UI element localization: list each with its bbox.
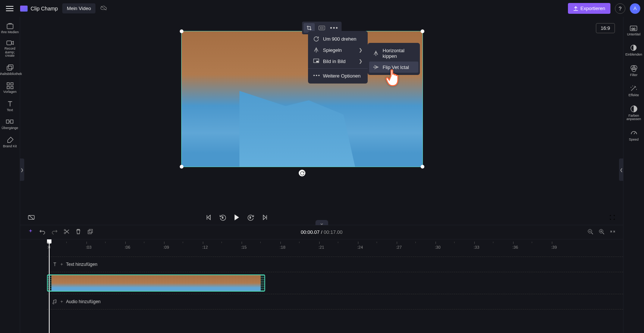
crop-icon	[306, 25, 312, 31]
clip-trim-right[interactable]	[261, 275, 264, 291]
project-name[interactable]: Mein Video	[62, 3, 95, 13]
transitions-icon	[6, 118, 14, 125]
forward-5s-button[interactable]: 5	[247, 214, 254, 221]
audio-track[interactable]: + Audio hinzufügen	[47, 294, 623, 310]
undo-button[interactable]	[40, 229, 45, 236]
ruler-minor-tick	[105, 242, 106, 243]
svg-rect-12	[316, 61, 318, 62]
video-clip[interactable]	[47, 274, 265, 292]
hamburger-menu-button[interactable]	[4, 4, 16, 13]
delete-button[interactable]	[75, 229, 81, 236]
dots-icon: •••	[330, 25, 339, 31]
ctx-flip-vertical[interactable]: Flip Vet Ictal	[369, 62, 418, 73]
sidebar-item-media[interactable]: Ihre Medien	[0, 20, 20, 37]
expand-right-panel-button[interactable]: ❮	[619, 158, 623, 181]
sidebar-item-transitions[interactable]: Übergänge	[1, 115, 19, 133]
mirror-icon	[313, 47, 319, 53]
magic-button[interactable]	[28, 229, 34, 236]
fullscreen-button[interactable]	[609, 214, 616, 221]
pip-icon	[313, 58, 319, 64]
timeline-ruler[interactable]: :0:03:06:09:12:15:18:21:24:27:30:33:36:3…	[47, 239, 623, 250]
rotate-handle[interactable]	[299, 170, 305, 176]
ruler-minor-tick	[532, 242, 532, 243]
split-button[interactable]	[63, 229, 69, 236]
sidebar-item-brand[interactable]: Brand Kit	[2, 133, 18, 151]
ctx-more-options[interactable]: ••• Weitere Optionen	[308, 70, 368, 81]
cloud-sync-icon[interactable]	[100, 5, 107, 12]
clip-trim-left[interactable]	[48, 275, 51, 291]
ctx-mirror[interactable]: Spiegeln ❯	[308, 44, 368, 56]
collapse-icon	[610, 229, 616, 235]
clip-thumbnail	[156, 275, 182, 291]
zoom-out-button[interactable]	[587, 229, 593, 236]
play-button[interactable]	[235, 214, 239, 220]
mirror-submenu: Horizontal kippen Flip Vet Ictal	[368, 43, 420, 75]
rotate-icon	[313, 36, 319, 42]
ctx-pip[interactable]: Bild in Bild ❯	[308, 56, 368, 67]
svg-rect-19	[89, 229, 92, 233]
sidebar-item-library[interactable]: Inhaltsbibliothek	[0, 61, 23, 79]
sidebar-item-record[interactable]: Record &amp; create	[0, 37, 20, 60]
export-label: Exportieren	[581, 6, 605, 11]
ruler-tick: :03	[86, 242, 91, 249]
next-clip-button[interactable]	[262, 214, 268, 220]
aspect-ratio-selector[interactable]: 16:9	[596, 23, 615, 33]
svg-text:5: 5	[249, 216, 251, 219]
zoom-in-button[interactable]	[599, 229, 604, 236]
preview-content-image	[239, 72, 355, 167]
resize-handle-br[interactable]	[421, 165, 424, 169]
resize-handle-tr[interactable]	[421, 29, 424, 33]
brand: Clip Champ	[20, 6, 58, 12]
flip-v-icon	[373, 64, 379, 70]
zoom-in-icon	[599, 229, 604, 235]
copy-icon	[87, 229, 93, 235]
sidebar-item-subtitles[interactable]: CC Untertitel	[626, 22, 641, 39]
svg-rect-10	[318, 26, 324, 30]
sidebar-item-text[interactable]: Text	[5, 97, 15, 115]
hide-preview-button[interactable]	[28, 214, 35, 220]
sidebar-item-effects[interactable]: Effekte	[628, 81, 640, 100]
resize-handle-bl[interactable]	[180, 165, 183, 169]
prev-clip-button[interactable]	[205, 214, 211, 220]
ruler-minor-tick	[454, 242, 455, 243]
svg-text:5: 5	[222, 216, 223, 219]
menu-divider	[308, 68, 368, 69]
ruler-tick: :39	[551, 242, 557, 249]
ruler-tick: :0	[47, 242, 50, 249]
cc-icon: CC	[629, 25, 638, 32]
user-avatar[interactable]: A	[630, 3, 640, 14]
ctx-rotate-90[interactable]: Um 900 drehen	[308, 33, 368, 44]
ruler-tick: :21	[318, 242, 324, 249]
ctx-flip-horizontal[interactable]: Horizontal kippen	[368, 45, 420, 62]
dots-icon: •••	[313, 73, 319, 79]
resize-handle-tl[interactable]	[180, 29, 183, 33]
text-track[interactable]: + Text hinzufügen	[47, 257, 623, 272]
ruler-minor-tick	[415, 242, 416, 243]
sidebar-item-templates[interactable]: Vorlagen	[3, 79, 18, 97]
ruler-tick: :09	[163, 242, 169, 249]
duplicate-button[interactable]	[87, 229, 93, 236]
filter-icon	[630, 64, 638, 72]
fit-timeline-button[interactable]	[610, 229, 616, 236]
clip-thumbnail	[208, 275, 235, 291]
skip-next-icon	[262, 214, 268, 220]
svg-rect-0	[7, 24, 13, 29]
sidebar-item-filter[interactable]: Filter	[629, 61, 639, 80]
sidebar-item-speed[interactable]: Speed	[628, 126, 639, 144]
redo-button[interactable]	[51, 229, 57, 236]
svg-rect-5	[10, 83, 13, 85]
fade-icon	[629, 44, 638, 52]
help-button[interactable]: ?	[615, 3, 625, 14]
rewind-5s-button[interactable]: 5	[220, 214, 226, 221]
plus-icon: +	[60, 262, 63, 267]
clip-thumbnail	[51, 275, 78, 291]
export-button[interactable]: Exportieren	[568, 3, 610, 14]
brand-icon	[6, 136, 14, 144]
forward-icon: 5	[247, 214, 254, 221]
sidebar-item-color[interactable]: Farben anpassen	[623, 102, 644, 124]
timeline-collapse-button[interactable]: ⌄	[315, 220, 328, 225]
sidebar-item-fade[interactable]: Einblenden	[625, 41, 643, 59]
svg-rect-3	[8, 65, 13, 69]
ruler-minor-tick	[66, 242, 67, 243]
ruler-tick: :12	[202, 242, 208, 249]
